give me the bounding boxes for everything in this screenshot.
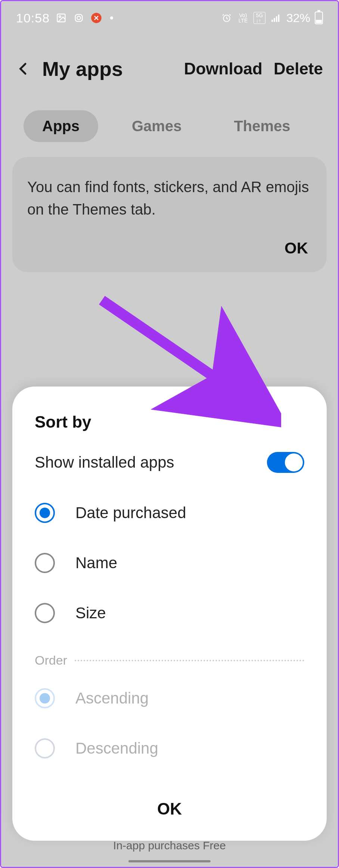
order-label: Order bbox=[35, 653, 67, 668]
info-ok-button[interactable]: OK bbox=[27, 239, 312, 257]
tab-themes[interactable]: Themes bbox=[215, 110, 309, 142]
svg-rect-8 bbox=[276, 16, 277, 22]
svg-rect-9 bbox=[278, 15, 280, 22]
tabs: Apps Games Themes bbox=[1, 99, 338, 157]
status-time: 10:58 bbox=[16, 11, 50, 25]
alarm-icon bbox=[221, 12, 233, 24]
radio-label: Ascending bbox=[75, 689, 149, 707]
network-5g-icon: 5G↓↑ bbox=[254, 12, 265, 24]
order-section-divider: Order bbox=[35, 653, 304, 668]
order-option-descending[interactable]: Descending bbox=[35, 738, 304, 758]
show-installed-toggle-row[interactable]: Show installed apps bbox=[35, 452, 304, 473]
radio-icon bbox=[35, 603, 55, 623]
sort-option-size[interactable]: Size bbox=[35, 603, 304, 623]
order-option-ascending[interactable]: Ascending bbox=[35, 688, 304, 708]
svg-point-3 bbox=[77, 16, 80, 19]
app-badge-icon bbox=[90, 12, 102, 24]
radio-label: Descending bbox=[75, 739, 158, 757]
gallery-icon bbox=[55, 12, 67, 24]
show-installed-label: Show installed apps bbox=[35, 453, 174, 471]
sort-by-sheet: Sort by Show installed apps Date purchas… bbox=[12, 387, 327, 841]
sheet-ok-button[interactable]: OK bbox=[35, 788, 304, 826]
header: My apps Download Delete bbox=[1, 35, 338, 99]
sort-option-date-purchased[interactable]: Date purchased bbox=[35, 503, 304, 523]
radio-icon bbox=[35, 553, 55, 573]
svg-rect-2 bbox=[75, 15, 83, 22]
back-icon[interactable] bbox=[16, 61, 31, 76]
tab-games[interactable]: Games bbox=[113, 110, 200, 142]
signal-icon bbox=[270, 12, 282, 24]
sort-option-name[interactable]: Name bbox=[35, 553, 304, 573]
status-bar: 10:58 Vo)LTE 5G↓↑ 32% bbox=[1, 1, 338, 35]
info-card: You can find fonts, stickers, and AR emo… bbox=[12, 157, 327, 272]
radio-label: Size bbox=[75, 604, 106, 622]
radio-icon bbox=[35, 503, 55, 523]
radio-label: Name bbox=[75, 554, 117, 572]
more-notifications-icon bbox=[110, 16, 113, 19]
svg-point-1 bbox=[59, 16, 61, 18]
info-text: You can find fonts, stickers, and AR emo… bbox=[27, 176, 312, 221]
svg-rect-6 bbox=[271, 20, 273, 22]
volte-icon: Vo)LTE bbox=[237, 12, 249, 24]
camera-icon bbox=[73, 12, 85, 24]
show-installed-toggle[interactable] bbox=[267, 452, 304, 473]
sheet-title: Sort by bbox=[35, 413, 304, 431]
in-app-purchases-label: In-app purchases Free bbox=[1, 839, 338, 852]
svg-rect-7 bbox=[274, 18, 275, 22]
radio-icon bbox=[35, 688, 55, 708]
tab-apps[interactable]: Apps bbox=[24, 110, 98, 142]
page-title: My apps bbox=[42, 57, 123, 80]
battery-percentage: 32% bbox=[286, 11, 310, 25]
radio-icon bbox=[35, 738, 55, 758]
radio-label: Date purchased bbox=[75, 504, 186, 522]
download-button[interactable]: Download bbox=[184, 59, 262, 78]
home-indicator[interactable] bbox=[128, 860, 211, 862]
delete-button[interactable]: Delete bbox=[274, 59, 323, 78]
battery-icon bbox=[315, 12, 323, 24]
